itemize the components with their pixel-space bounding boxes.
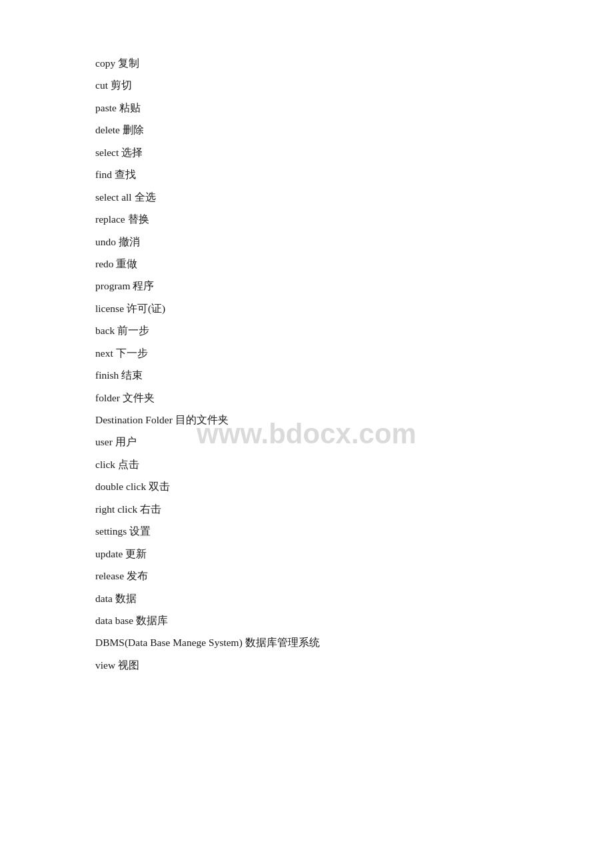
vocab-item: back 前一步 — [95, 321, 518, 340]
vocab-item: right click 右击 — [95, 499, 518, 519]
vocab-item: release 发布 — [95, 566, 518, 585]
vocab-item: select 选择 — [95, 143, 518, 162]
vocab-item: folder 文件夹 — [95, 388, 518, 407]
vocab-item: copy 复制 — [95, 53, 518, 73]
vocab-item: undo 撤消 — [95, 232, 518, 251]
vocab-item: select all 全选 — [95, 187, 518, 207]
vocab-item: cut 剪切 — [95, 75, 518, 95]
vocab-item: delete 删除 — [95, 120, 518, 139]
vocab-item: program 程序 — [95, 276, 518, 295]
vocab-item: settings 设置 — [95, 521, 518, 541]
vocab-item: double click 双击 — [95, 477, 518, 496]
vocab-item: view 视图 — [95, 655, 518, 675]
vocab-item: Destination Folder 目的文件夹 — [95, 410, 518, 429]
content-area: copy 复制cut 剪切paste 粘贴delete 删除select 选择f… — [0, 0, 613, 731]
vocab-item: update 更新 — [95, 544, 518, 563]
vocab-item: click 点击 — [95, 455, 518, 474]
vocab-item: data base 数据库 — [95, 611, 518, 630]
vocab-item: next 下一步 — [95, 343, 518, 363]
vocab-item: replace 替换 — [95, 209, 518, 229]
vocab-item: finish 结束 — [95, 365, 518, 385]
vocab-item: find 查找 — [95, 165, 518, 184]
vocab-item: user 用户 — [95, 432, 518, 451]
vocab-item: DBMS(Data Base Manege System) 数据库管理系统 — [95, 633, 518, 652]
vocab-item: redo 重做 — [95, 254, 518, 273]
vocab-item: paste 粘贴 — [95, 98, 518, 117]
vocab-item: license 许可(证) — [95, 299, 518, 318]
vocab-item: data 数据 — [95, 589, 518, 608]
